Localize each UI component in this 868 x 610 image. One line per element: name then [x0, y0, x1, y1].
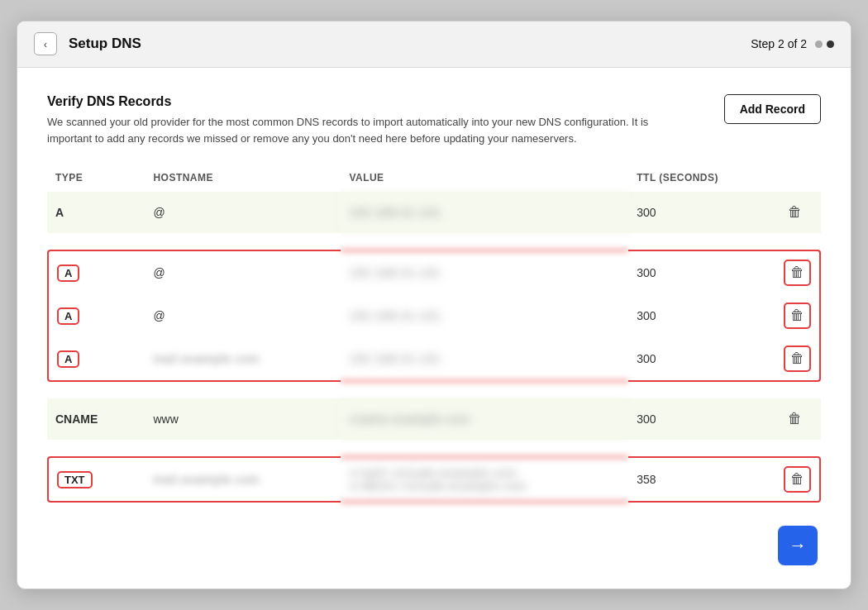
delete-button[interactable]: 🗑	[784, 346, 811, 372]
record-hostname: www	[145, 398, 341, 440]
record-ttl: 358	[628, 456, 775, 503]
record-ttl: 300	[628, 250, 775, 294]
arrow-right-icon: →	[789, 535, 807, 556]
section-description: We scanned your old provider for the mos…	[47, 114, 651, 147]
titlebar-right: Step 2 of 2	[751, 37, 834, 50]
record-type: A	[47, 192, 145, 233]
delete-cell: 🗑	[775, 456, 821, 503]
footer: →	[47, 526, 821, 565]
table-row: TXT mail.example.com v=spf1 include:exam…	[47, 456, 821, 503]
type-badge: A	[57, 307, 79, 325]
record-ttl: 300	[628, 337, 775, 382]
record-ttl: 300	[628, 294, 775, 337]
trash-icon: 🗑	[788, 411, 802, 427]
row-spacer	[47, 382, 821, 398]
col-actions	[775, 167, 821, 192]
delete-button[interactable]: 🗑	[784, 407, 806, 431]
record-type: A	[47, 337, 145, 382]
table-row: A @ 192.168.01.101 300 🗑	[47, 294, 821, 337]
next-button[interactable]: →	[778, 526, 818, 565]
delete-button[interactable]: 🗑	[784, 260, 811, 286]
delete-button[interactable]: 🗑	[784, 303, 811, 329]
delete-cell: 🗑	[775, 398, 821, 440]
record-value: 192.168.01.101	[341, 294, 628, 337]
table-row: A mail.example.com 192.168.01.101 300 🗑	[47, 337, 821, 382]
main-window: ‹ Setup DNS Step 2 of 2 Verify DNS Recor…	[17, 21, 851, 589]
delete-cell: 🗑	[775, 192, 821, 233]
step-dots	[815, 41, 834, 48]
content-area: Verify DNS Records We scanned your old p…	[17, 68, 851, 589]
record-hostname: @	[145, 294, 341, 337]
table-row: A @ 192.168.01.101 300 🗑	[47, 250, 821, 294]
trash-icon: 🗑	[790, 307, 804, 324]
type-badge: TXT	[57, 471, 93, 488]
delete-cell: 🗑	[775, 294, 821, 337]
step-dot-1	[815, 41, 823, 48]
record-hostname: @	[145, 192, 341, 233]
step-indicator: Step 2 of 2	[751, 37, 807, 50]
trash-icon: 🗑	[790, 350, 804, 367]
record-hostname: @	[145, 250, 341, 294]
record-hostname: mail.example.com	[145, 337, 341, 382]
trash-icon: 🗑	[790, 471, 804, 488]
record-value: 192.168.01.101	[341, 192, 628, 233]
delete-button[interactable]: 🗑	[784, 466, 811, 493]
section-header: Verify DNS Records We scanned your old p…	[47, 94, 821, 147]
titlebar: ‹ Setup DNS Step 2 of 2	[17, 21, 851, 68]
record-type: A	[47, 250, 145, 294]
section-title: Verify DNS Records	[47, 94, 651, 109]
trash-icon: 🗑	[790, 264, 804, 281]
back-icon: ‹	[44, 38, 47, 50]
type-badge: A	[57, 350, 79, 368]
add-record-button[interactable]: Add Record	[724, 94, 821, 124]
table-header-row: TYPE HOSTNAME VALUE TTL (SECONDS)	[47, 167, 821, 192]
delete-button[interactable]: 🗑	[784, 200, 806, 225]
row-spacer	[47, 440, 821, 456]
step-dot-2	[827, 41, 834, 48]
record-type: TXT	[47, 456, 145, 503]
page-title: Setup DNS	[69, 36, 141, 52]
type-badge: A	[57, 264, 79, 282]
record-ttl: 300	[628, 398, 775, 440]
table-row: A @ 192.168.01.101 300 🗑	[47, 192, 821, 233]
dns-records-table: TYPE HOSTNAME VALUE TTL (SECONDS) A @ 19…	[47, 167, 821, 503]
record-value: 192.168.01.101	[341, 250, 628, 294]
col-hostname: HOSTNAME	[145, 167, 341, 192]
record-ttl: 300	[628, 192, 775, 233]
record-hostname: mail.example.com	[145, 456, 341, 503]
back-button[interactable]: ‹	[34, 32, 57, 55]
col-value: VALUE	[341, 167, 628, 192]
record-value: 192.168.01.101	[341, 337, 628, 382]
trash-icon: 🗑	[788, 204, 802, 221]
record-type: A	[47, 294, 145, 337]
col-ttl: TTL (SECONDS)	[628, 167, 775, 192]
table-row: CNAME www cname.example.com 300 🗑	[47, 398, 821, 440]
row-spacer	[47, 233, 821, 250]
record-type: CNAME	[47, 398, 145, 440]
delete-cell: 🗑	[775, 337, 821, 382]
section-info: Verify DNS Records We scanned your old p…	[47, 94, 651, 147]
delete-cell: 🗑	[775, 250, 821, 294]
record-value: cname.example.com	[341, 398, 628, 440]
col-type: TYPE	[47, 167, 145, 192]
record-value: v=spf1 include:example.com v=dkim1 inclu…	[341, 456, 628, 503]
